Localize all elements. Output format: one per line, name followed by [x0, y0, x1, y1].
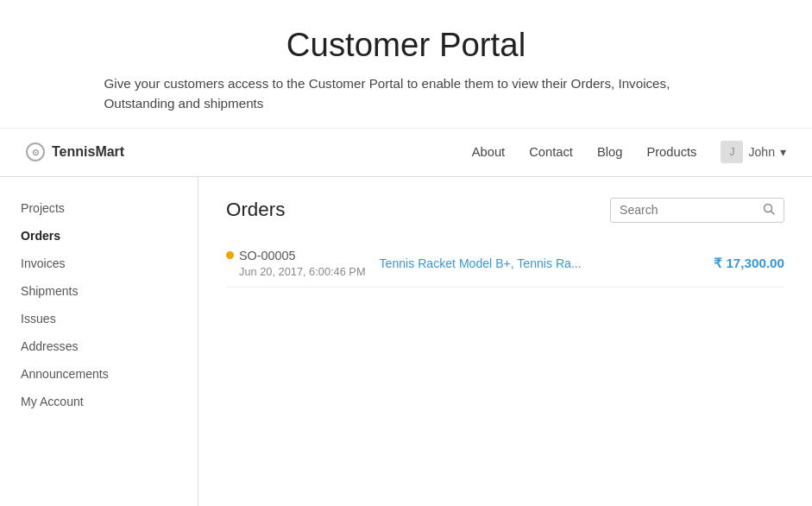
page-header: Customer Portal Give your customers acce…	[0, 0, 812, 129]
brand-logo[interactable]: ⊙ TennisMart	[26, 142, 124, 161]
svg-line-1	[771, 211, 775, 214]
order-id: SO-00005	[226, 249, 366, 262]
sidebar-item-projects[interactable]: Projects	[0, 194, 198, 222]
main-layout: Projects Orders Invoices Shipments Issue…	[0, 177, 812, 506]
nav-item-blog[interactable]: Blog	[597, 144, 622, 160]
user-name: John	[748, 145, 775, 159]
sidebar-item-addresses[interactable]: Addresses	[0, 332, 198, 360]
page-title: Customer Portal	[17, 26, 795, 64]
table-row: SO-00005 Jun 20, 2017, 6:00:46 PM Tennis…	[226, 240, 784, 288]
nav-link-contact[interactable]: Contact	[529, 145, 573, 159]
sidebar: Projects Orders Invoices Shipments Issue…	[0, 177, 198, 506]
sidebar-item-invoices[interactable]: Invoices	[0, 250, 198, 277]
search-box[interactable]	[610, 198, 784, 223]
page-description: Give your customers access to the Custom…	[104, 74, 708, 114]
nav-item-contact[interactable]: Contact	[529, 144, 573, 160]
order-date: Jun 20, 2017, 6:00:46 PM	[239, 265, 366, 278]
user-menu[interactable]: J John ▾	[721, 141, 786, 163]
brand-name: TennisMart	[52, 144, 124, 160]
navbar: ⊙ TennisMart About Contact Blog Products…	[0, 129, 812, 177]
content-header: Orders	[226, 198, 784, 223]
content-title: Orders	[226, 199, 285, 221]
brand-icon: ⊙	[26, 142, 45, 161]
order-amount: ₹ 17,300.00	[714, 256, 784, 271]
avatar: J	[721, 141, 743, 163]
sidebar-item-orders[interactable]: Orders	[0, 222, 198, 250]
sidebar-item-announcements[interactable]: Announcements	[0, 360, 198, 388]
sidebar-item-my-account[interactable]: My Account	[0, 388, 198, 415]
nav-link-blog[interactable]: Blog	[597, 145, 622, 159]
main-content: Orders SO-00005 Jun 20, 2017, 6:00:46 PM	[198, 177, 812, 506]
sidebar-item-issues[interactable]: Issues	[0, 305, 198, 332]
nav-item-about[interactable]: About	[472, 144, 505, 160]
order-info: SO-00005 Jun 20, 2017, 6:00:46 PM	[226, 249, 366, 278]
navbar-nav: About Contact Blog Products	[472, 144, 697, 160]
order-products[interactable]: Tennis Racket Model B+, Tennis Ra...	[380, 256, 701, 270]
nav-link-products[interactable]: Products	[646, 145, 696, 159]
nav-link-about[interactable]: About	[472, 145, 505, 159]
search-icon	[763, 203, 775, 218]
order-status-dot	[226, 251, 234, 259]
search-input[interactable]	[620, 203, 758, 217]
nav-item-products[interactable]: Products	[646, 144, 696, 160]
dropdown-arrow-icon: ▾	[780, 145, 786, 159]
sidebar-item-shipments[interactable]: Shipments	[0, 277, 198, 305]
order-number[interactable]: SO-00005	[239, 249, 296, 262]
